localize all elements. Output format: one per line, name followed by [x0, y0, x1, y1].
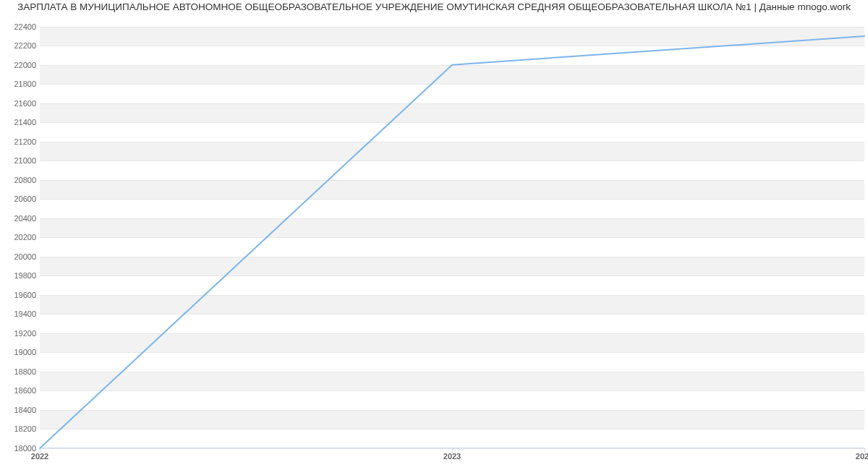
y-tick-label: 19000: [14, 348, 36, 356]
y-tick-label: 19400: [14, 309, 36, 318]
y-tick-label: 22000: [14, 61, 36, 69]
chart-container: ЗАРПЛАТА В МУНИЦИПАЛЬНОЕ АВТОНОМНОЕ ОБЩЕ…: [0, 0, 868, 470]
y-tick-label: 20600: [14, 195, 36, 203]
line-layer: [40, 22, 864, 448]
series-line: [40, 36, 864, 448]
y-tick-label: 20800: [14, 176, 36, 184]
y-tick-label: 19600: [14, 291, 36, 299]
plot-area: [40, 22, 864, 448]
y-tick-label: 19800: [14, 271, 36, 280]
y-tick-label: 21400: [14, 118, 36, 127]
x-tick-label: 2023: [443, 452, 461, 461]
y-tick-label: 22200: [14, 41, 36, 50]
x-tick-label: 2024: [856, 452, 868, 461]
x-tick-label: 2022: [31, 452, 48, 461]
y-tick-label: 19200: [14, 329, 36, 338]
y-tick-label: 18800: [14, 367, 36, 376]
y-tick-label: 20000: [14, 252, 36, 261]
y-tick-label: 20400: [14, 214, 36, 223]
y-tick-label: 21800: [14, 80, 36, 88]
y-tick-label: 20200: [14, 233, 36, 242]
y-tick-label: 18600: [14, 386, 36, 395]
y-tick-label: 18200: [14, 424, 36, 433]
chart-title: ЗАРПЛАТА В МУНИЦИПАЛЬНОЕ АВТОНОМНОЕ ОБЩЕ…: [0, 1, 868, 12]
y-tick-label: 21200: [14, 137, 36, 146]
y-tick-label: 21000: [14, 156, 36, 165]
y-tick-label: 21600: [14, 99, 36, 108]
y-tick-label: 18400: [14, 406, 36, 414]
y-tick-label: 22400: [14, 22, 36, 31]
